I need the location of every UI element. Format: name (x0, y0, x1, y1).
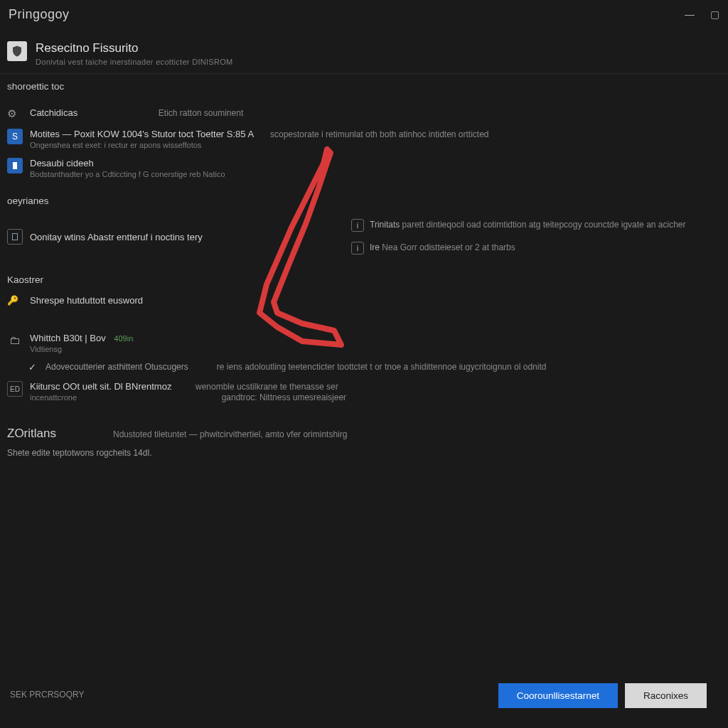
page-header: Resecitno Fissurito Donivtai vest taiche… (0, 28, 728, 74)
shete-title[interactable]: Shete edite teptotwons rogcheits 14dl. (7, 448, 721, 458)
info2-text: Nea Gorr odistteieset or 2 at tharbs (382, 242, 515, 252)
cancel-button[interactable]: Raconixes (625, 683, 707, 708)
zoritans-title: ZOritlans (7, 427, 56, 441)
kiitu-side1: wenomble ucstilkrane te thenasse ser (196, 382, 338, 392)
adovc-right: re iens adoloutling teetencticter toottc… (217, 362, 721, 372)
whittch-title[interactable]: Whittch B30t | Bov (30, 333, 106, 343)
whittch-sub: Vidtiensg (30, 345, 721, 353)
section-oeyrianes: oeyrianes Oonitay wtins Abastr entteruf … (0, 188, 728, 267)
kiitu-sub: incenattcrone (30, 393, 77, 402)
section-shoroettic: shoroettic toc (0, 74, 728, 103)
oonitay-title[interactable]: Oonitay wtins Abastr entteruf i noctins … (30, 232, 203, 242)
minimize-icon[interactable]: — (685, 9, 695, 20)
oeyrianes-title: oeyrianes (7, 196, 721, 206)
catchidicas-title[interactable]: Catchidicas (30, 107, 77, 118)
box-icon: ED (7, 381, 23, 397)
window-controls: — ▢ (685, 9, 719, 20)
kiitu-side2: gandtroc: Nittness umesreaisjeer (222, 392, 346, 402)
titlebar: Pringogoy — ▢ (0, 0, 728, 28)
motiles-right: scopestorate i retimunlat oth both atinh… (270, 129, 489, 139)
key-icon: 🔑 (7, 295, 23, 306)
info2-label: Ire (370, 242, 380, 252)
info1-text: parett dintieqocil oad cotimtidtion atg … (402, 220, 686, 230)
kiitu-title[interactable]: Kiitursc OOt uelt sit. Dl BNrentmoz (30, 381, 171, 392)
app-title: Pringogoy (9, 7, 70, 22)
page-title: Resecitno Fissurito (36, 41, 233, 55)
sek-label[interactable]: SEK PRCRSOQRY (10, 690, 84, 700)
folder-icon: 🗀 (7, 333, 23, 348)
adovc-label[interactable]: Adovecoutterier asthittent Otuscugers (46, 362, 188, 372)
shield-icon (7, 41, 27, 61)
confirm-button[interactable]: Coorounllisestarnet (498, 683, 618, 708)
section-zoritans: ZOritlans Ndustoted tiletuntet — phwitci… (0, 412, 728, 462)
info1-label: Trinitats (370, 220, 400, 230)
section-kaostrer: Kaostrer 🔑 Shrespe hutduttott eusword (0, 267, 728, 316)
document-icon (7, 229, 23, 245)
info-icon: i (351, 219, 364, 232)
check-icon[interactable]: ✓ (28, 362, 38, 373)
svg-rect-0 (13, 234, 18, 240)
info-icon: i (351, 242, 364, 255)
phone-icon (7, 158, 23, 173)
script-icon: S (7, 129, 23, 144)
desaub-title[interactable]: Desaubi cideeh (30, 158, 721, 168)
page-subtitle: Donivtai vest taiche inerstinader ecotti… (36, 58, 233, 66)
kaostrer-title: Kaostrer (7, 274, 721, 285)
motiles-title[interactable]: Motites — Poxit KOW 1004's Stutor toct T… (30, 129, 253, 139)
maximize-icon[interactable]: ▢ (710, 9, 719, 20)
catchidicas-side: Etich ratton souminent (159, 108, 243, 118)
desaub-line: Bodstanthadter yo a Cdticcting f G coner… (30, 170, 721, 178)
whittch-hint: 409in (114, 334, 133, 343)
motiles-desc: Ongenshea est exet: i rectur er apons wi… (30, 141, 721, 149)
section-title: shoroettic toc (7, 81, 721, 92)
zoritans-side: Ndustoted tiletuntet — phwitcirvithertie… (113, 429, 347, 439)
settings-icon: ⚙ (7, 107, 23, 120)
section-whittch: 🗀 Whittch B30t | Bov 409in Vidtiensg ✓ A… (0, 316, 728, 412)
section-catchidicas: ⚙ Catchidicas Etich ratton souminent S M… (0, 103, 728, 188)
footer-buttons: Coorounllisestarnet Raconixes (498, 683, 707, 708)
shrespe-title[interactable]: Shrespe hutduttott eusword (30, 295, 143, 306)
